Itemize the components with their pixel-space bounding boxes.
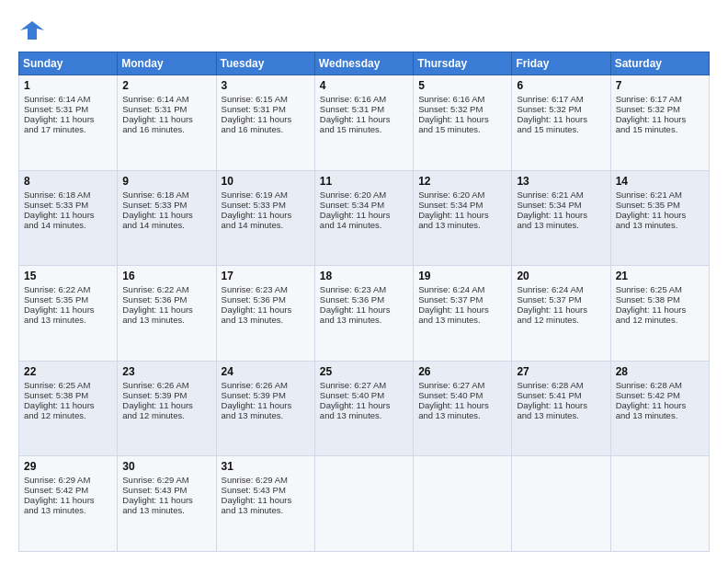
day-number: 21 xyxy=(616,270,704,282)
day-info-line: Daylight: 11 hours xyxy=(517,400,605,410)
calendar-cell: 7Sunrise: 6:17 AMSunset: 5:32 PMDaylight… xyxy=(610,75,709,171)
day-info-line: and 12 minutes. xyxy=(517,315,605,325)
day-info-line: Sunset: 5:34 PM xyxy=(418,200,506,210)
day-number: 24 xyxy=(222,365,310,378)
day-info-line: Daylight: 11 hours xyxy=(616,210,704,220)
day-info-line: Sunrise: 6:28 AM xyxy=(616,380,704,390)
day-info-line: Daylight: 11 hours xyxy=(320,114,408,124)
day-number: 30 xyxy=(122,460,210,473)
day-info-line: Daylight: 11 hours xyxy=(222,400,310,410)
calendar-cell: 9Sunrise: 6:18 AMSunset: 5:33 PMDaylight… xyxy=(118,170,216,266)
day-number: 4 xyxy=(320,79,408,92)
day-info-line: Sunset: 5:34 PM xyxy=(517,200,605,210)
day-info-line: and 14 minutes. xyxy=(122,220,210,230)
day-info-line: Daylight: 11 hours xyxy=(418,304,506,315)
day-info-line: and 13 minutes. xyxy=(222,315,310,325)
day-number: 26 xyxy=(418,365,506,378)
calendar-cell: 27Sunrise: 6:28 AMSunset: 5:41 PMDayligh… xyxy=(512,361,610,456)
weekday-header: Thursday xyxy=(414,52,512,75)
day-number: 7 xyxy=(616,79,704,92)
weekday-header: Monday xyxy=(118,52,216,75)
weekday-header: Saturday xyxy=(610,52,709,75)
day-number: 18 xyxy=(320,270,408,282)
day-info-line: Sunrise: 6:26 AM xyxy=(222,380,310,390)
day-info-line: and 15 minutes. xyxy=(517,124,605,134)
day-number: 23 xyxy=(122,365,210,378)
day-info-line: Sunset: 5:32 PM xyxy=(517,104,605,114)
calendar-week-row: 15Sunrise: 6:22 AMSunset: 5:35 PMDayligh… xyxy=(19,266,710,362)
day-info-line: Sunset: 5:36 PM xyxy=(222,294,310,304)
calendar-cell: 4Sunrise: 6:16 AMSunset: 5:31 PMDaylight… xyxy=(314,75,413,171)
day-info-line: Sunrise: 6:22 AM xyxy=(122,284,210,294)
day-info-line: Sunset: 5:40 PM xyxy=(418,390,506,400)
calendar-cell: 30Sunrise: 6:29 AMSunset: 5:43 PMDayligh… xyxy=(118,456,216,552)
day-info-line: Sunset: 5:31 PM xyxy=(122,104,210,114)
day-info-line: Daylight: 11 hours xyxy=(222,210,310,220)
day-info-line: Daylight: 11 hours xyxy=(122,400,210,410)
day-info-line: Daylight: 11 hours xyxy=(122,114,210,124)
day-info-line: Sunrise: 6:17 AM xyxy=(517,94,605,104)
day-info-line: Daylight: 11 hours xyxy=(222,114,310,124)
day-info-line: and 13 minutes. xyxy=(222,410,310,420)
day-info-line: Sunrise: 6:24 AM xyxy=(418,284,506,294)
day-info-line: Sunset: 5:39 PM xyxy=(222,390,310,400)
day-info-line: Sunrise: 6:29 AM xyxy=(122,475,210,485)
day-info-line: and 12 minutes. xyxy=(24,410,112,420)
day-info-line: and 13 minutes. xyxy=(418,315,506,325)
day-info-line: Sunset: 5:39 PM xyxy=(122,390,210,400)
calendar-week-row: 8Sunrise: 6:18 AMSunset: 5:33 PMDaylight… xyxy=(19,170,710,266)
day-info-line: Sunrise: 6:18 AM xyxy=(122,190,210,200)
day-info-line: and 14 minutes. xyxy=(222,220,310,230)
calendar-cell: 13Sunrise: 6:21 AMSunset: 5:34 PMDayligh… xyxy=(512,170,610,266)
day-info-line: Sunrise: 6:27 AM xyxy=(418,380,506,390)
calendar-cell: 1Sunrise: 6:14 AMSunset: 5:31 PMDaylight… xyxy=(19,75,118,171)
day-number: 19 xyxy=(418,270,506,282)
day-info-line: Sunrise: 6:24 AM xyxy=(517,284,605,294)
calendar-week-row: 22Sunrise: 6:25 AMSunset: 5:38 PMDayligh… xyxy=(19,361,710,456)
page: SundayMondayTuesdayWednesdayThursdayFrid… xyxy=(0,0,728,563)
day-info-line: Sunset: 5:42 PM xyxy=(24,485,112,495)
day-info-line: and 14 minutes. xyxy=(24,220,112,230)
day-info-line: and 13 minutes. xyxy=(320,410,408,420)
day-info-line: Sunrise: 6:15 AM xyxy=(222,94,310,104)
day-info-line: Sunrise: 6:22 AM xyxy=(24,284,112,294)
day-info-line: Sunset: 5:42 PM xyxy=(616,390,704,400)
day-info-line: Daylight: 11 hours xyxy=(418,400,506,410)
day-number: 12 xyxy=(418,175,506,188)
day-info-line: and 13 minutes. xyxy=(616,220,704,230)
day-info-line: Sunset: 5:43 PM xyxy=(222,485,310,495)
day-info-line: Sunrise: 6:20 AM xyxy=(418,190,506,200)
day-info-line: and 13 minutes. xyxy=(418,220,506,230)
day-info-line: Sunset: 5:32 PM xyxy=(616,104,704,114)
calendar-cell: 20Sunrise: 6:24 AMSunset: 5:37 PMDayligh… xyxy=(512,266,610,362)
day-info-line: and 16 minutes. xyxy=(122,124,210,134)
calendar-cell: 22Sunrise: 6:25 AMSunset: 5:38 PMDayligh… xyxy=(19,361,118,456)
day-info-line: and 15 minutes. xyxy=(320,124,408,134)
day-info-line: Daylight: 11 hours xyxy=(222,495,310,505)
day-info-line: Daylight: 11 hours xyxy=(122,210,210,220)
day-number: 20 xyxy=(517,270,605,282)
day-info-line: Daylight: 11 hours xyxy=(616,114,704,124)
day-number: 14 xyxy=(616,175,704,188)
day-info-line: and 13 minutes. xyxy=(320,315,408,325)
day-info-line: and 15 minutes. xyxy=(418,124,506,134)
day-info-line: Sunset: 5:43 PM xyxy=(122,485,210,495)
day-info-line: and 13 minutes. xyxy=(616,410,704,420)
day-info-line: Sunrise: 6:23 AM xyxy=(320,284,408,294)
calendar-cell: 14Sunrise: 6:21 AMSunset: 5:35 PMDayligh… xyxy=(610,170,709,266)
day-info-line: Sunrise: 6:20 AM xyxy=(320,190,408,200)
calendar-cell: 25Sunrise: 6:27 AMSunset: 5:40 PMDayligh… xyxy=(314,361,413,456)
day-info-line: Daylight: 11 hours xyxy=(122,495,210,505)
day-info-line: Sunrise: 6:21 AM xyxy=(517,190,605,200)
calendar-week-row: 1Sunrise: 6:14 AMSunset: 5:31 PMDaylight… xyxy=(19,75,710,171)
day-number: 28 xyxy=(616,365,704,378)
day-info-line: Sunrise: 6:27 AM xyxy=(320,380,408,390)
calendar-cell: 16Sunrise: 6:22 AMSunset: 5:36 PMDayligh… xyxy=(118,266,216,362)
day-info-line: Sunset: 5:40 PM xyxy=(320,390,408,400)
day-info-line: Sunset: 5:31 PM xyxy=(24,104,112,114)
calendar-cell: 3Sunrise: 6:15 AMSunset: 5:31 PMDaylight… xyxy=(216,75,314,171)
weekday-header: Tuesday xyxy=(216,52,314,75)
day-info-line: Daylight: 11 hours xyxy=(616,400,704,410)
day-info-line: Sunrise: 6:23 AM xyxy=(222,284,310,294)
day-info-line: and 13 minutes. xyxy=(517,410,605,420)
